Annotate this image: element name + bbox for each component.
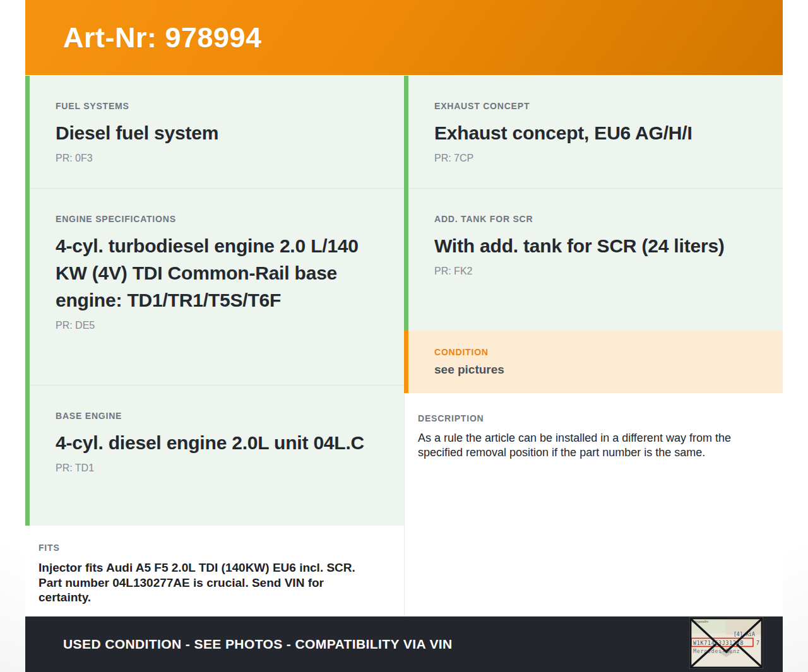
vin-suffix: 7 (756, 640, 759, 646)
description-label: DESCRIPTION (418, 413, 739, 423)
brand-text: Mercedes-Benz (693, 648, 740, 654)
spec-title: 4-cyl. turbodiesel engine 2.0 L/140 KW (… (56, 232, 380, 314)
spec-label: EXHAUST CONCEPT (434, 101, 759, 111)
pr-code: PR: 7CP (434, 153, 759, 164)
spec-card-engine-specifications: ENGINE SPECIFICATIONS 4-cyl. turbodiesel… (30, 189, 404, 386)
article-number-title: Art-Nr: 978994 (63, 21, 262, 54)
spec-title: 4-cyl. diesel engine 2.0L unit 04L.C (56, 429, 380, 456)
spec-card-group-right: EXHAUST CONCEPT Exhaust concept, EU6 AG/… (404, 76, 783, 330)
spec-title: With add. tank for SCR (24 liters) (434, 232, 759, 259)
spec-card-base-engine: BASE ENGINE 4-cyl. diesel engine 2.0L un… (30, 386, 404, 526)
pr-code: PR: FK2 (434, 266, 759, 277)
spec-card-fuel-systems: FUEL SYSTEMS Diesel fuel system PR: 0F3 (30, 76, 404, 189)
spec-label: BASE ENGINE (56, 411, 380, 421)
pr-code: PR: 0F3 (56, 153, 380, 164)
left-column: FUEL SYSTEMS Diesel fuel system PR: 0F3 … (25, 76, 404, 616)
footer-text: USED CONDITION - SEE PHOTOS - COMPATIBIL… (63, 637, 453, 652)
condition-value: see pictures (434, 363, 758, 377)
fits-text: Injector fits Audi A5 F5 2.0L TDI (140KW… (39, 560, 374, 605)
description-section: DESCRIPTION As a rule the article can be… (404, 393, 783, 616)
fits-section: FITS Injector fits Audi A5 F5 2.0L TDI (… (25, 528, 404, 616)
footer-bar: USED CONDITION - SEE PHOTOS - COMPATIBIL… (25, 616, 783, 672)
header-banner: Art-Nr: 978994 (25, 0, 783, 75)
spec-title: Exhaust concept, EU6 AG/H/I (434, 119, 759, 146)
condition-label: CONDITION (434, 347, 758, 357)
spec-title: Diesel fuel system (56, 119, 380, 146)
pr-code: PR: DE5 (56, 320, 380, 331)
fits-label: FITS (39, 543, 374, 553)
spec-card-add-tank-scr: ADD. TANK FOR SCR With add. tank for SCR… (408, 189, 783, 330)
pr-code: PR: TD1 (56, 463, 380, 474)
content-area: FUEL SYSTEMS Diesel fuel system PR: 0F3 … (25, 76, 783, 616)
spec-label: ENGINE SPECIFICATIONS (56, 214, 380, 224)
right-column: EXHAUST CONCEPT Exhaust concept, EU6 AG/… (404, 76, 783, 616)
listing-page: Art-Nr: 978994 FUEL SYSTEMS Diesel fuel … (25, 0, 783, 672)
spec-card-group-left: FUEL SYSTEMS Diesel fuel system PR: 0F3 … (25, 76, 404, 526)
description-text: As a rule the article can be installed i… (418, 431, 739, 460)
spec-card-exhaust-concept: EXHAUST CONCEPT Exhaust concept, EU6 AG/… (408, 76, 783, 189)
spec-label: ADD. TANK FOR SCR (434, 214, 759, 224)
spec-label: FUEL SYSTEMS (56, 101, 380, 111)
condition-section: CONDITION see pictures (404, 330, 783, 393)
vin-document-envelope-image: Fahrgestellnr. [4] AiA W1K71463J31248 7 … (689, 617, 763, 669)
